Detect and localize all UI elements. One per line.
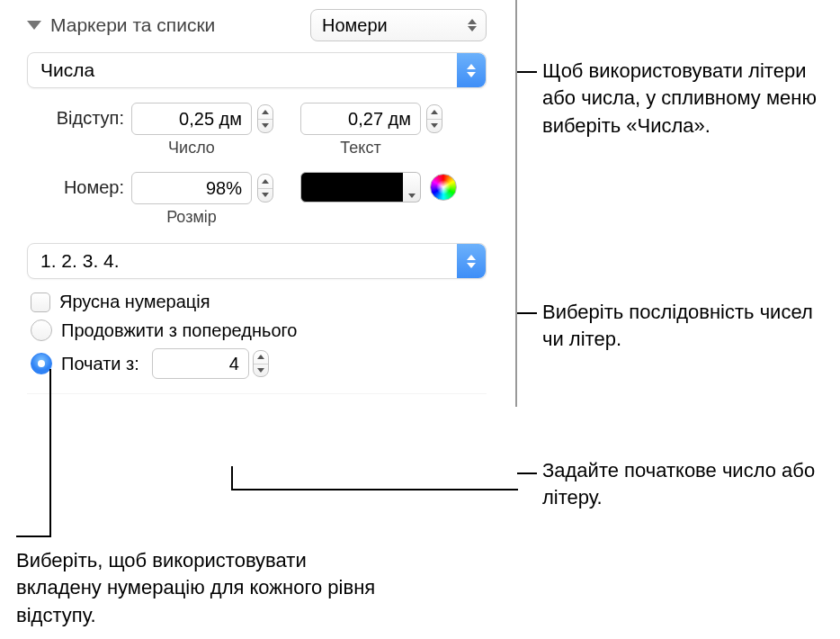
tiered-checkbox-row[interactable]: Ярусна нумерація bbox=[31, 292, 487, 312]
indent-number-field[interactable]: 0,25 дм bbox=[131, 103, 273, 135]
sequence-dropdown[interactable]: 1. 2. 3. 4. bbox=[27, 243, 487, 279]
svg-marker-3 bbox=[467, 72, 476, 77]
callout-style: Щоб використовувати літери або числа, у … bbox=[542, 58, 830, 140]
svg-marker-0 bbox=[468, 19, 477, 24]
indent-number-sublabel: Число bbox=[131, 139, 252, 158]
number-size-sublabel: Розмір bbox=[131, 208, 252, 227]
indent-number-value: 0,25 дм bbox=[179, 109, 242, 130]
continue-label: Продовжити з попереднього bbox=[61, 320, 298, 341]
svg-marker-2 bbox=[467, 64, 476, 69]
number-size-stepper[interactable] bbox=[257, 174, 273, 202]
tiered-label: Ярусна нумерація bbox=[59, 292, 210, 312]
indent-text-field[interactable]: 0,27 дм bbox=[300, 103, 442, 135]
callout-start: Задайте початкове число або літеру. bbox=[542, 457, 830, 512]
indent-text-sublabel: Текст bbox=[300, 139, 421, 158]
list-type-value: Номери bbox=[322, 15, 388, 36]
continue-radio[interactable] bbox=[31, 320, 52, 341]
start-radio-row[interactable]: Почати з: 4 bbox=[31, 348, 487, 379]
divider bbox=[27, 393, 487, 394]
svg-marker-6 bbox=[431, 110, 438, 114]
callout-sequence: Виберіть послідовність чисел чи літер. bbox=[542, 299, 830, 354]
start-value-stepper[interactable] bbox=[253, 350, 269, 377]
continue-radio-row[interactable]: Продовжити з попереднього bbox=[31, 320, 487, 341]
number-size-value: 98% bbox=[206, 178, 242, 199]
start-radio[interactable] bbox=[31, 353, 52, 374]
svg-marker-13 bbox=[257, 355, 264, 359]
number-options: Ярусна нумерація Продовжити з попередньо… bbox=[27, 292, 487, 379]
section-title: Маркери та списки bbox=[50, 14, 215, 36]
colorwheel-icon[interactable] bbox=[430, 174, 457, 201]
dropdown-end-icon bbox=[457, 53, 486, 87]
number-label: Номер: bbox=[27, 172, 131, 198]
indent-label: Відступ: bbox=[27, 103, 131, 129]
section-header[interactable]: Маркери та списки Номери bbox=[27, 9, 487, 41]
number-style-value: Числа bbox=[40, 59, 94, 81]
svg-marker-14 bbox=[257, 368, 264, 373]
svg-marker-11 bbox=[467, 255, 476, 260]
indent-text-value: 0,27 дм bbox=[348, 109, 411, 130]
indent-text-stepper[interactable] bbox=[426, 104, 442, 133]
dropdown-end-icon bbox=[457, 244, 486, 278]
svg-marker-1 bbox=[468, 26, 477, 32]
list-format-panel: Маркери та списки Номери Числа Відступ: bbox=[0, 0, 517, 407]
disclosure-triangle-icon[interactable] bbox=[27, 21, 41, 30]
sequence-value: 1. 2. 3. 4. bbox=[40, 250, 120, 272]
number-color-swatch[interactable] bbox=[300, 172, 408, 202]
start-value: 4 bbox=[229, 354, 239, 374]
indent-number-stepper[interactable] bbox=[257, 104, 273, 133]
indent-row: Відступ: 0,25 дм Число 0,27 дм bbox=[27, 103, 487, 158]
chevron-updown-icon bbox=[468, 19, 477, 32]
callouts-area: Щоб використовувати літери або числа, у … bbox=[517, 0, 840, 540]
number-color-dropdown[interactable] bbox=[403, 172, 421, 202]
start-label: Почати з: bbox=[61, 354, 139, 374]
number-size-field[interactable]: 98% bbox=[131, 172, 273, 204]
callout-tiered: Виберіть, щоб використовувати вкладену н… bbox=[16, 547, 394, 629]
svg-marker-12 bbox=[467, 263, 476, 268]
svg-marker-7 bbox=[431, 123, 438, 128]
svg-marker-10 bbox=[408, 194, 416, 198]
svg-marker-5 bbox=[262, 123, 269, 128]
number-style-dropdown[interactable]: Числа bbox=[27, 52, 487, 88]
svg-marker-4 bbox=[262, 110, 269, 114]
number-row: Номер: 98% Розмір bbox=[27, 172, 487, 227]
list-type-dropdown[interactable]: Номери bbox=[310, 9, 487, 41]
start-value-field[interactable]: 4 bbox=[152, 348, 269, 379]
svg-marker-8 bbox=[262, 179, 269, 184]
tiered-checkbox[interactable] bbox=[31, 292, 50, 312]
svg-marker-9 bbox=[262, 193, 269, 197]
